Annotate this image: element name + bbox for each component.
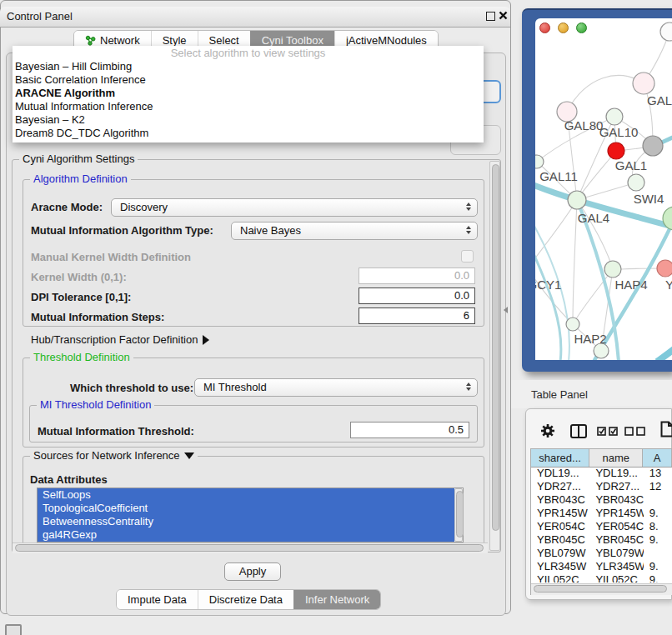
mi-steps-field[interactable]: 6 xyxy=(359,308,475,324)
control-panel-titlebar xyxy=(0,7,510,28)
bottom-tab-infer-network[interactable]: Infer Network xyxy=(293,590,380,609)
manual-kernel-checkbox xyxy=(461,250,474,262)
table-row[interactable]: YPR145WYPR145W9. xyxy=(531,507,672,520)
dpi-tolerance-field[interactable]: 0.0 xyxy=(359,288,475,304)
mi-steps-label: Mutual Information Steps: xyxy=(31,311,164,323)
settings-horizontal-scrollbar[interactable] xyxy=(13,542,488,553)
attribute-item-gal4rgexp[interactable]: gal4RGexp xyxy=(38,528,454,542)
bottom-tab-impute-data[interactable]: Impute Data xyxy=(117,590,198,609)
table-cell: YDL19... xyxy=(531,467,589,480)
algorithm-option-dream8-dc-tdc-algorithm[interactable]: Dream8 DC_TDC Algorithm xyxy=(13,127,484,140)
bottom-tab-discretize-data[interactable]: Discretize Data xyxy=(198,590,293,609)
table-cell: 13 xyxy=(644,467,672,480)
attribute-item-topologicalcoefficient[interactable]: TopologicalCoefficient xyxy=(38,502,454,515)
table-body: YDL19...YDL19...13YDR27...YDR27...12YBR0… xyxy=(531,467,672,582)
table-cell: YER054C xyxy=(589,520,643,533)
mi-threshold-label: Mutual Information Threshold: xyxy=(38,425,194,438)
column-header-shared[interactable]: shared... xyxy=(531,449,589,467)
mi-threshold-field[interactable]: 0.5 xyxy=(350,422,469,438)
aracne-mode-value: Discovery xyxy=(120,201,168,213)
network-canvas[interactable]: GALGAL80GAL10GAL1GAL11GAL4SWI4GCY1HAP4YH… xyxy=(535,18,672,360)
aracne-mode-select[interactable]: Discovery xyxy=(111,198,478,217)
algorithm-option-aracne-algorithm[interactable]: ARACNE Algorithm xyxy=(13,87,484,100)
table-row[interactable]: YBL079WYBL079W xyxy=(531,547,672,560)
table-horizontal-scrollbar[interactable] xyxy=(531,583,672,595)
network-node-label: Y xyxy=(665,278,672,292)
data-attributes-label: Data Attributes xyxy=(30,473,108,486)
control-panel-title: Control Panel xyxy=(7,10,73,22)
column-header-name[interactable]: name xyxy=(589,449,643,467)
table-row[interactable]: YDR27...YDR27...12 xyxy=(531,480,672,493)
network-node-hap2[interactable] xyxy=(566,318,579,331)
network-node-label: HAP2 xyxy=(574,332,606,346)
cyni-settings-legend: Cyni Algorithm Settings xyxy=(19,152,138,165)
node-table: shared...nameA YDL19...YDL19...13YDR27..… xyxy=(530,448,672,595)
mi-type-select[interactable]: Naive Bayes xyxy=(231,222,478,240)
table-row[interactable]: YLR345WYLR345W9. xyxy=(531,560,672,573)
gear-icon[interactable] xyxy=(540,423,555,438)
combo-spinner-icon xyxy=(466,382,471,391)
network-node-label: HAP4 xyxy=(614,278,647,292)
network-node[interactable] xyxy=(660,22,672,41)
network-node-gal11[interactable] xyxy=(535,155,544,168)
table-cell: 12 xyxy=(644,480,672,493)
table-cell: YDR27... xyxy=(589,480,643,493)
network-node-hap4[interactable] xyxy=(604,261,621,278)
table-row[interactable]: YBR045CYBR045C9. xyxy=(531,533,672,547)
table-cell: YBL079W xyxy=(589,547,643,560)
which-threshold-select[interactable]: MI Threshold xyxy=(194,378,478,397)
network-node-label: GAL4 xyxy=(578,211,609,225)
table-cell: YPR145W xyxy=(589,507,643,520)
table-cell: YPR145W xyxy=(531,507,589,520)
network-node-label: GCY1 xyxy=(535,278,561,292)
mac-minimize-button[interactable] xyxy=(558,22,569,33)
mac-zoom-button[interactable] xyxy=(576,22,587,33)
algorithm-option-mutual-information-inference[interactable]: Mutual Information Inference xyxy=(13,100,484,113)
data-attributes-list[interactable]: SelfLoopsTopologicalCoefficientBetweenne… xyxy=(37,488,464,542)
settings-vertical-scrollbar[interactable] xyxy=(489,161,500,551)
mac-close-button[interactable] xyxy=(539,22,550,33)
algorithm-option-basic-correlation-inference[interactable]: Basic Correlation Inference xyxy=(13,73,484,87)
network-node-label: GAL1 xyxy=(615,158,647,172)
attributes-scrollbar[interactable] xyxy=(454,488,463,542)
algorithm-definition-legend: Algorithm Definition xyxy=(30,172,131,185)
network-node-gal1[interactable] xyxy=(628,174,644,191)
select-all-checkboxes-icon[interactable] xyxy=(597,427,619,436)
network-node-y[interactable] xyxy=(657,260,672,277)
float-window-icon[interactable] xyxy=(486,12,495,21)
network-node-label: GAL11 xyxy=(539,169,578,183)
attribute-item-betweennesscentrality[interactable]: BetweennessCentrality xyxy=(38,515,454,528)
network-node-gal[interactable] xyxy=(633,72,654,94)
algorithm-dropdown-prompt: Select algorithm to view settings xyxy=(13,46,484,60)
table-cell: YBL079W xyxy=(531,547,589,560)
network-node-gal4[interactable] xyxy=(568,191,586,209)
table-row[interactable]: YBR043CYBR043C xyxy=(531,493,672,507)
table-row[interactable]: YER054CYER054C8. xyxy=(531,520,672,533)
table-cell: 9. xyxy=(644,560,672,573)
attribute-item-selfloops[interactable]: SelfLoops xyxy=(38,488,454,502)
algorithm-option-bayesian-hill-climbing[interactable]: Bayesian – Hill Climbing xyxy=(13,60,484,73)
hub-definition-expander[interactable]: Hub/Transcription Factor Definition xyxy=(31,333,209,346)
collapsed-panel-icon[interactable] xyxy=(5,624,22,635)
threshold-definition-legend: Threshold Definition xyxy=(30,351,133,363)
mi-type-value: Naive Bayes xyxy=(240,224,301,237)
table-cell: YBR045C xyxy=(589,533,643,547)
columns-icon[interactable] xyxy=(570,424,587,438)
table-row[interactable]: YIL052CYIL052C9. xyxy=(531,573,672,582)
apply-button[interactable]: Apply xyxy=(224,562,281,581)
table-cell: YDR27... xyxy=(531,480,589,493)
network-node[interactable] xyxy=(643,136,663,156)
sources-legend[interactable]: Sources for Network Inference xyxy=(30,449,198,462)
table-row[interactable]: YDL19...YDL19...13 xyxy=(531,467,672,480)
splitter-collapse-arrow[interactable] xyxy=(504,307,508,313)
expander-arrow-icon xyxy=(203,335,209,345)
column-header-a[interactable]: A xyxy=(643,449,672,467)
algorithm-option-bayesian-k2[interactable]: Bayesian – K2 xyxy=(13,113,484,127)
network-node[interactable] xyxy=(608,142,624,159)
document-icon[interactable] xyxy=(660,421,672,438)
hub-definition-label: Hub/Transcription Factor Definition xyxy=(31,333,198,346)
network-node-gal10[interactable] xyxy=(606,108,623,125)
clear-checkboxes-icon[interactable] xyxy=(624,427,646,436)
network-node-label: SWI4 xyxy=(634,192,664,206)
close-window-icon[interactable] xyxy=(499,11,508,20)
